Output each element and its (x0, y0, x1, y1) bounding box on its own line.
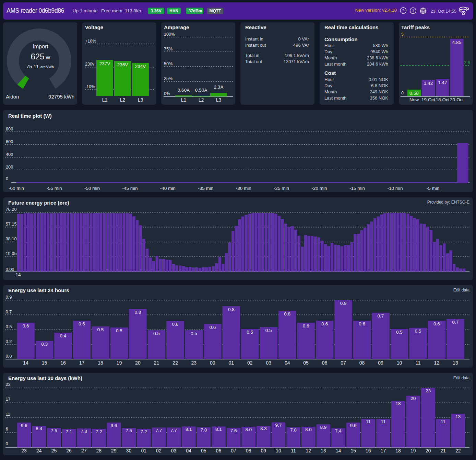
svg-text:7.4: 7.4 (335, 428, 342, 434)
svg-text:11: 11 (6, 412, 10, 417)
svg-text:16: 16 (60, 360, 66, 366)
svg-text:1.42: 1.42 (424, 81, 433, 86)
svg-text:18: 18 (396, 401, 401, 406)
svg-text:-60 min: -60 min (9, 186, 24, 191)
svg-text:0.6: 0.6 (23, 323, 29, 329)
svg-text:-20 min: -20 min (312, 186, 327, 191)
svg-text:14: 14 (336, 448, 341, 453)
svg-text:06: 06 (322, 360, 328, 366)
svg-text:0.4: 0.4 (60, 333, 67, 338)
svg-text:8.1: 8.1 (215, 427, 222, 432)
svg-text:Hour: Hour (324, 77, 334, 82)
svg-text:8.0: 8.0 (305, 427, 312, 432)
svg-text:11: 11 (441, 419, 445, 424)
svg-text:02: 02 (247, 360, 253, 366)
svg-text:0.6: 0.6 (172, 322, 179, 327)
svg-text:Last month: Last month (324, 61, 346, 67)
svg-text:Tariff peaks: Tariff peaks (401, 24, 430, 30)
svg-text:?: ? (402, 8, 404, 13)
svg-text:18: 18 (98, 360, 103, 366)
svg-text:0.5: 0.5 (97, 327, 104, 332)
svg-text:0.5: 0.5 (6, 324, 12, 329)
svg-text:24: 24 (36, 448, 42, 453)
svg-text:11: 11 (291, 448, 296, 453)
svg-text:19: 19 (410, 448, 416, 453)
svg-text:05: 05 (201, 448, 206, 453)
svg-text:17: 17 (381, 448, 386, 453)
svg-text:25%: 25% (164, 76, 172, 81)
svg-text:11: 11 (381, 419, 385, 424)
svg-text:600: 600 (6, 139, 13, 144)
svg-text:-15 min: -15 min (349, 186, 365, 191)
svg-text:0: 0 (6, 441, 8, 446)
svg-text:22: 22 (455, 448, 461, 453)
svg-text:8.0: 8.0 (245, 427, 252, 432)
svg-text:L1: L1 (102, 97, 108, 103)
svg-text:625 W: 625 W (31, 52, 50, 61)
svg-text:50%: 50% (164, 61, 172, 66)
svg-text:230v: 230v (85, 62, 95, 67)
svg-text:22: 22 (172, 360, 178, 366)
svg-text:18.Oct: 18.Oct (436, 97, 450, 102)
svg-text:23: 23 (6, 382, 11, 387)
svg-text:7.5: 7.5 (51, 428, 57, 433)
svg-text:20.Oct: 20.Oct (450, 97, 464, 102)
svg-text:23. Oct 14:55: 23. Oct 14:55 (431, 9, 456, 14)
svg-text:Day: Day (324, 49, 333, 54)
svg-text:75%: 75% (164, 47, 172, 51)
svg-text:-5 min: -5 min (427, 186, 440, 191)
svg-text:Edit data: Edit data (453, 288, 470, 292)
svg-text:7.7: 7.7 (156, 428, 162, 433)
svg-text:9.6: 9.6 (21, 423, 27, 428)
svg-text:16: 16 (366, 448, 371, 453)
svg-text:10: 10 (276, 448, 281, 453)
svg-text:0: 0 (6, 176, 8, 181)
svg-text:8.1: 8.1 (186, 427, 192, 432)
svg-text:07: 07 (231, 448, 236, 453)
svg-text:28: 28 (96, 448, 102, 453)
svg-text:0.6: 0.6 (79, 321, 85, 326)
svg-text:Real time plot (W): Real time plot (W) (8, 113, 52, 119)
svg-text:Now: Now (409, 97, 419, 102)
svg-text:-45 min: -45 min (122, 186, 138, 191)
svg-text:0.3: 0.3 (41, 342, 48, 347)
svg-text:0.9: 0.9 (6, 295, 12, 300)
svg-text:Energy use last 30 days (kWh): Energy use last 30 days (kWh) (8, 375, 82, 381)
svg-text:Voltage: Voltage (85, 24, 103, 30)
svg-text:0.50A: 0.50A (195, 88, 207, 93)
svg-text:Day: Day (324, 83, 333, 88)
svg-text:0.6: 0.6 (303, 323, 309, 329)
svg-text:-25 min: -25 min (274, 186, 289, 191)
svg-text:0.7: 0.7 (378, 313, 384, 319)
svg-text:200: 200 (6, 164, 13, 170)
svg-text:Total in: Total in (245, 53, 259, 58)
svg-text:08: 08 (246, 448, 251, 453)
svg-text:Total out: Total out (245, 59, 262, 64)
svg-text:6.8 NOK: 6.8 NOK (371, 83, 388, 88)
svg-text:Cost: Cost (324, 70, 336, 76)
svg-text:234V: 234V (135, 64, 146, 69)
svg-text:11: 11 (366, 419, 371, 424)
svg-text:23: 23 (21, 448, 27, 453)
svg-text:01: 01 (141, 448, 146, 453)
svg-text:0.5: 0.5 (247, 330, 253, 335)
svg-text:07: 07 (341, 360, 346, 366)
svg-text:496 VAr: 496 VAr (293, 43, 309, 48)
svg-text:0.00: 0.00 (6, 267, 14, 272)
svg-text:HAN: HAN (169, 9, 178, 13)
svg-text:0.2: 0.2 (6, 339, 12, 344)
svg-text:Month: Month (324, 55, 337, 60)
svg-text:MQTT: MQTT (210, 9, 222, 13)
svg-text:New version: v2.4.10: New version: v2.4.10 (355, 8, 397, 13)
svg-text:249 NOK: 249 NOK (370, 89, 389, 94)
svg-text:Energy use last 24 hours: Energy use last 24 hours (8, 287, 69, 293)
svg-text:Reactive: Reactive (245, 24, 266, 30)
svg-text:Edit data: Edit data (453, 376, 470, 380)
svg-text:4.85: 4.85 (452, 40, 461, 45)
svg-text:-10%: -10% (85, 84, 95, 89)
svg-text:20: 20 (426, 448, 431, 453)
svg-text:29: 29 (111, 448, 117, 453)
svg-text:Real time calculations: Real time calculations (324, 24, 379, 30)
svg-text:0.9: 0.9 (340, 301, 347, 306)
svg-text:9540 Wh: 9540 Wh (370, 49, 388, 54)
